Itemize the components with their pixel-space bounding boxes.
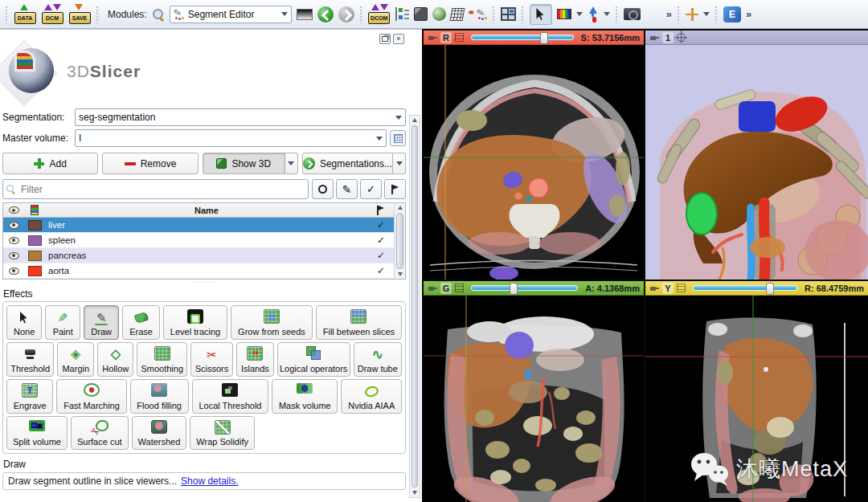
effect-button[interactable]: Grow from seeds xyxy=(231,305,313,340)
effect-button[interactable]: Flood filling xyxy=(130,379,189,414)
scroll-up-icon[interactable] xyxy=(410,116,420,124)
segmentations-dropdown[interactable] xyxy=(393,153,406,174)
history-back-button[interactable] xyxy=(317,6,334,22)
toolbar-grip[interactable] xyxy=(714,6,719,23)
effect-button[interactable]: Engrave xyxy=(6,379,53,414)
table-resize-grip[interactable]: ······ xyxy=(2,280,406,286)
effect-button[interactable]: Watershed xyxy=(132,416,187,450)
remove-segment-button[interactable]: Remove xyxy=(102,153,198,174)
panel-close-button[interactable]: × xyxy=(393,34,404,44)
effect-button[interactable]: Smoothing xyxy=(137,342,187,377)
toolbar-grip[interactable] xyxy=(521,6,525,23)
toolbar-overflow-chevron[interactable]: » xyxy=(746,8,751,20)
save-button[interactable]: SAVE xyxy=(68,5,91,24)
place-point-icon[interactable] xyxy=(588,6,599,22)
effect-button[interactable]: Local Threshold xyxy=(192,379,269,414)
filter-option-button[interactable] xyxy=(312,179,334,199)
filter-option-button[interactable] xyxy=(384,179,406,199)
volume-cube-icon[interactable] xyxy=(414,7,428,21)
effect-button[interactable]: Fast Marching xyxy=(56,379,126,414)
effect-button[interactable]: Erase xyxy=(122,305,160,340)
segment-visibility-toggle[interactable] xyxy=(3,252,24,259)
effect-button[interactable]: Nvidia AIAA xyxy=(341,379,402,414)
effect-button[interactable]: Hollow xyxy=(97,342,133,377)
slice-stack-icon[interactable] xyxy=(455,33,464,42)
pin-icon[interactable] xyxy=(428,284,437,293)
scroll-down-icon[interactable] xyxy=(410,488,420,497)
threed-scene[interactable] xyxy=(645,45,868,280)
red-slice-slider[interactable] xyxy=(471,35,574,40)
slider-handle[interactable] xyxy=(766,283,774,295)
segment-row[interactable]: aorta ✓ xyxy=(3,263,394,279)
threed-view-header[interactable]: 1 xyxy=(645,31,868,45)
filter-input[interactable] xyxy=(19,183,305,196)
pin-icon[interactable] xyxy=(428,33,437,43)
effect-button[interactable]: Draw tube xyxy=(354,342,402,377)
green-view-label[interactable]: G xyxy=(440,283,452,294)
panel-float-button[interactable] xyxy=(379,34,391,44)
toolbar-grip[interactable] xyxy=(5,6,9,23)
effect-button[interactable]: Draw xyxy=(84,305,119,340)
effect-button[interactable]: Islands xyxy=(236,342,274,377)
show-3d-dropdown[interactable] xyxy=(285,153,298,174)
layout-grid-icon[interactable] xyxy=(501,7,516,21)
red-slice-header[interactable]: R S: 53.7156mm xyxy=(424,31,644,45)
view-options-icon[interactable] xyxy=(677,33,686,42)
segment-visibility-toggle[interactable] xyxy=(3,267,24,275)
segment-name[interactable]: aorta xyxy=(45,266,368,275)
annotation-pen-icon[interactable] xyxy=(477,9,487,19)
green-slice-slider[interactable] xyxy=(471,285,578,291)
segment-table-scrollbar[interactable] xyxy=(394,203,405,279)
effect-button[interactable]: None xyxy=(6,305,42,340)
effect-button[interactable]: Wrap Solidify xyxy=(190,416,255,450)
filter-option-button[interactable] xyxy=(360,179,382,199)
effect-button[interactable]: Paint xyxy=(45,305,80,340)
segmentations-button[interactable]: Segmentations... xyxy=(302,153,393,174)
effect-button[interactable]: Surface cut xyxy=(71,416,129,450)
history-forward-button[interactable] xyxy=(338,6,354,22)
yellow-slice-header[interactable]: Y R: 68.4759mm xyxy=(645,281,868,296)
segment-row[interactable]: liver ✓ xyxy=(3,218,394,233)
toolbar-grip[interactable] xyxy=(492,6,496,23)
module-selector[interactable]: Segment Editor xyxy=(170,6,292,23)
scroll-up-icon[interactable] xyxy=(395,203,405,212)
filter-box[interactable] xyxy=(2,179,309,199)
markups-asterisk-icon[interactable]: ** xyxy=(469,9,472,19)
segment-name[interactable]: pancreas xyxy=(45,251,368,260)
segment-row[interactable]: pancreas ✓ xyxy=(3,248,394,263)
toolbar-grip[interactable] xyxy=(677,6,681,23)
crosshair-icon[interactable] xyxy=(686,8,698,21)
segment-name[interactable]: spleen xyxy=(45,235,368,245)
module-search-icon[interactable] xyxy=(152,8,165,21)
effect-button[interactable]: Threshold xyxy=(6,342,54,377)
toolbar-grip[interactable] xyxy=(96,6,100,23)
capture-camera-icon[interactable] xyxy=(624,8,641,20)
effect-button[interactable]: Fill between slices xyxy=(316,305,402,340)
module-hierarchy-icon[interactable] xyxy=(395,7,409,21)
effect-button[interactable]: Scissors xyxy=(190,342,233,377)
toolbar-grip[interactable] xyxy=(359,6,363,23)
volume-sphere-icon[interactable] xyxy=(432,7,446,21)
volume-options-button[interactable] xyxy=(390,130,406,146)
segment-visibility-toggle[interactable] xyxy=(3,237,24,244)
toolbar-grip[interactable] xyxy=(615,6,619,23)
threed-view-label[interactable]: 1 xyxy=(662,32,674,43)
volume-mesh-icon[interactable] xyxy=(449,8,465,21)
show-3d-button[interactable]: Show 3D xyxy=(203,153,285,174)
scroll-thumb[interactable] xyxy=(411,125,418,488)
segment-color-swatch[interactable] xyxy=(24,266,45,276)
slider-handle[interactable] xyxy=(510,283,518,295)
segment-color-swatch[interactable] xyxy=(24,251,45,261)
slice-stack-icon[interactable] xyxy=(677,284,686,292)
segment-color-swatch[interactable] xyxy=(24,220,45,231)
dicom-database-button[interactable]: DCOM xyxy=(368,5,391,24)
segment-status-check[interactable]: ✓ xyxy=(368,235,394,246)
effect-button[interactable]: Logical operators xyxy=(277,342,350,377)
chevron-down-icon[interactable] xyxy=(703,12,710,16)
colors-icon[interactable] xyxy=(557,9,571,19)
scroll-thumb[interactable] xyxy=(396,213,403,269)
slider-handle[interactable] xyxy=(540,32,548,44)
segment-name[interactable]: liver xyxy=(45,220,368,230)
coronal-slice-image[interactable] xyxy=(424,296,644,502)
filter-option-button[interactable] xyxy=(336,179,358,199)
